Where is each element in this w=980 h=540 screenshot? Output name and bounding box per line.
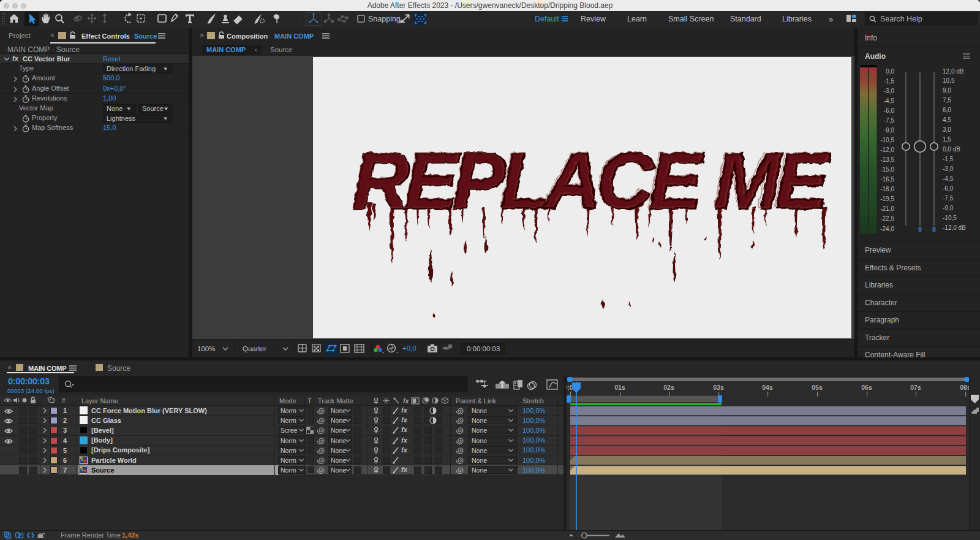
svg-text:Review: Review — [581, 15, 606, 23]
svg-text:Parent & Link: Parent & Link — [456, 397, 497, 405]
svg-text:-7,5: -7,5 — [943, 195, 954, 202]
svg-text:3,0: 3,0 — [943, 126, 951, 133]
svg-text:Preview: Preview — [865, 246, 891, 254]
svg-text:100%: 100% — [197, 345, 215, 352]
svg-text:01s: 01s — [614, 384, 625, 391]
svg-text:REPLACE ME: REPLACE ME — [352, 136, 828, 224]
svg-text:02s: 02s — [663, 384, 674, 391]
svg-text:Layer Name: Layer Name — [81, 397, 118, 405]
svg-text:-1,5: -1,5 — [884, 78, 895, 85]
svg-text:Learn: Learn — [627, 15, 647, 23]
svg-text:Effects & Presets: Effects & Presets — [865, 264, 921, 272]
svg-text:Libraries: Libraries — [782, 15, 812, 23]
svg-text:-3,0: -3,0 — [943, 165, 954, 172]
svg-text:Default: Default — [535, 15, 559, 23]
svg-text:06s: 06s — [861, 384, 872, 391]
svg-text:-18,0: -18,0 — [880, 186, 894, 192]
svg-text:0,0: 0,0 — [886, 68, 894, 75]
svg-text:Libraries: Libraries — [865, 281, 893, 289]
svg-text:03s: 03s — [713, 384, 724, 391]
svg-text:-9,0: -9,0 — [943, 205, 954, 211]
svg-text:05s: 05s — [812, 384, 823, 391]
svg-text:Stretch: Stretch — [522, 397, 544, 405]
svg-text:0: 0 — [918, 226, 922, 233]
svg-text:-21,0: -21,0 — [880, 205, 894, 212]
svg-text:-15,0: -15,0 — [880, 166, 894, 173]
svg-text:-12,0 dB: -12,0 dB — [943, 224, 966, 231]
svg-text:-9,0: -9,0 — [884, 127, 895, 134]
svg-text:-4,5: -4,5 — [884, 97, 895, 104]
svg-text:T: T — [307, 397, 312, 405]
svg-text:+0,0: +0,0 — [402, 344, 417, 352]
svg-text:7,5: 7,5 — [943, 97, 951, 104]
svg-text:10,5: 10,5 — [943, 77, 955, 84]
svg-text:-4,5: -4,5 — [943, 175, 954, 182]
svg-text:Content-Aware Fill: Content-Aware Fill — [865, 351, 925, 357]
svg-text:#: # — [62, 397, 66, 404]
svg-text:-3,0: -3,0 — [884, 88, 895, 94]
svg-text:-7,5: -7,5 — [884, 117, 895, 124]
svg-text:Small Screen: Small Screen — [668, 15, 714, 23]
svg-text:07s: 07s — [910, 384, 921, 391]
svg-text:Search Help: Search Help — [880, 15, 922, 23]
svg-text:Tracker: Tracker — [865, 333, 889, 342]
svg-text:Snapping: Snapping — [368, 15, 401, 23]
svg-text:-10,5: -10,5 — [943, 215, 957, 221]
svg-text:1,5: 1,5 — [943, 136, 951, 143]
svg-text:-6,0: -6,0 — [884, 107, 895, 114]
svg-text:-13,5: -13,5 — [880, 156, 894, 163]
svg-text:Paragraph: Paragraph — [865, 316, 899, 324]
svg-text:Frame Render Time: Frame Render Time — [61, 531, 121, 539]
svg-text:Quarter: Quarter — [243, 345, 266, 352]
svg-text:Standard: Standard — [730, 15, 761, 23]
svg-text:fx: fx — [403, 397, 409, 405]
svg-text:-6,0: -6,0 — [943, 185, 954, 192]
svg-text:9,0: 9,0 — [943, 87, 951, 94]
svg-text:-22,5: -22,5 — [880, 215, 894, 222]
svg-text:Character: Character — [865, 299, 897, 307]
svg-text:»: » — [829, 15, 833, 24]
svg-text:Track Matte: Track Matte — [318, 397, 353, 405]
svg-text:-10,5: -10,5 — [880, 137, 894, 143]
svg-text:-19,5: -19,5 — [880, 196, 894, 202]
svg-text:-1,5: -1,5 — [943, 156, 954, 162]
svg-text:0,0 dB: 0,0 dB — [943, 146, 960, 153]
svg-text:0: 0 — [932, 226, 936, 233]
svg-text:4,5: 4,5 — [943, 116, 951, 123]
svg-text:-16,5: -16,5 — [880, 176, 894, 183]
svg-text:12,0 dB: 12,0 dB — [943, 68, 964, 75]
svg-text:1,42s: 1,42s — [122, 531, 139, 539]
svg-text:04s: 04s — [762, 384, 773, 391]
svg-text:Info: Info — [865, 34, 877, 42]
svg-text:-24,0: -24,0 — [880, 226, 894, 232]
svg-text:0:00:00:03: 0:00:00:03 — [467, 345, 500, 352]
svg-text:6,0: 6,0 — [943, 107, 951, 113]
svg-text:-12,0: -12,0 — [880, 146, 894, 153]
svg-text:Audio: Audio — [865, 52, 886, 61]
svg-text:Mode: Mode — [279, 397, 296, 405]
